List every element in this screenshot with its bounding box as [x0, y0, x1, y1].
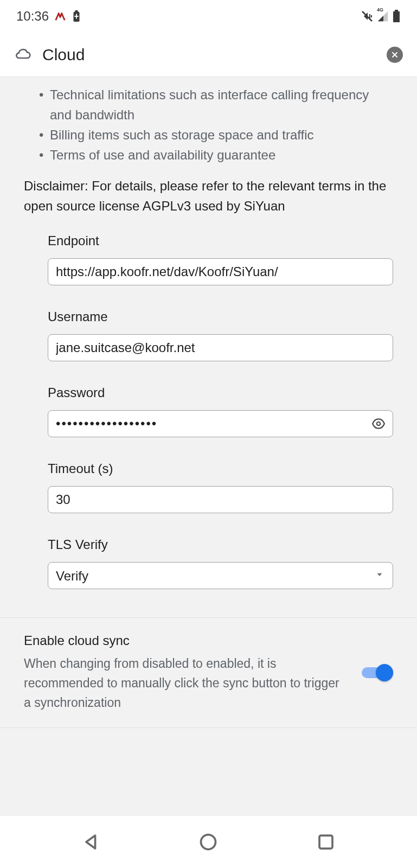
content-area[interactable]: Technical limitations such as interface … [0, 77, 417, 816]
endpoint-label: Endpoint [48, 233, 393, 248]
app-notification-icon [54, 10, 66, 22]
timeout-input[interactable] [48, 486, 393, 513]
info-bullet: Technical limitations such as interface … [24, 85, 393, 125]
enable-sync-toggle[interactable] [362, 664, 393, 681]
network-type-label: 4G [377, 7, 383, 12]
svg-rect-2 [393, 11, 400, 22]
tls-label: TLS Verify [48, 537, 393, 552]
status-left: 10:36 [16, 9, 81, 24]
svg-point-4 [377, 422, 381, 426]
password-group: Password [0, 366, 417, 442]
battery-icon [392, 10, 401, 23]
svg-point-5 [201, 835, 216, 850]
enable-sync-row: Enable cloud sync When changing from dis… [0, 617, 417, 728]
system-nav-bar [0, 816, 417, 868]
battery-saver-icon [72, 10, 81, 22]
tls-select[interactable]: Verify [48, 562, 393, 589]
enable-sync-description: When changing from disabled to enabled, … [24, 654, 349, 712]
eye-icon [371, 417, 386, 431]
svg-rect-3 [395, 10, 398, 12]
status-time: 10:36 [16, 9, 49, 24]
enable-sync-title: Enable cloud sync [24, 633, 349, 648]
square-recents-icon [316, 832, 336, 852]
vibrate-icon [361, 10, 374, 23]
timeout-label: Timeout (s) [48, 461, 393, 476]
nav-back-button[interactable] [79, 830, 103, 854]
toggle-password-visibility-button[interactable] [371, 417, 386, 431]
nav-home-button[interactable] [196, 830, 220, 854]
status-right: 4G [361, 10, 401, 23]
info-bullet: Billing items such as storage space and … [24, 125, 393, 145]
username-label: Username [48, 309, 393, 324]
status-bar: 10:36 4G [0, 0, 417, 33]
password-label: Password [48, 385, 393, 400]
signal-icon: 4G [377, 10, 389, 22]
info-bullet: Terms of use and availability guarantee [24, 145, 393, 165]
endpoint-input[interactable] [48, 258, 393, 285]
page-title: Cloud [42, 46, 387, 64]
circle-home-icon [198, 832, 218, 852]
timeout-group: Timeout (s) [0, 442, 417, 518]
cloud-icon [14, 45, 31, 65]
app-header: Cloud [0, 33, 417, 77]
info-bullets: Technical limitations such as interface … [0, 77, 417, 169]
close-button[interactable] [387, 47, 403, 63]
endpoint-group: Endpoint [0, 226, 417, 290]
svg-rect-6 [319, 835, 332, 848]
password-input[interactable] [48, 410, 393, 437]
svg-rect-1 [75, 10, 78, 12]
close-icon [390, 50, 399, 59]
username-input[interactable] [48, 334, 393, 361]
disclaimer-text: Disclaimer: For details, please refer to… [0, 169, 417, 226]
triangle-back-icon [81, 832, 101, 852]
tls-group: TLS Verify Verify [0, 518, 417, 593]
username-group: Username [0, 290, 417, 366]
nav-recents-button[interactable] [314, 830, 338, 854]
